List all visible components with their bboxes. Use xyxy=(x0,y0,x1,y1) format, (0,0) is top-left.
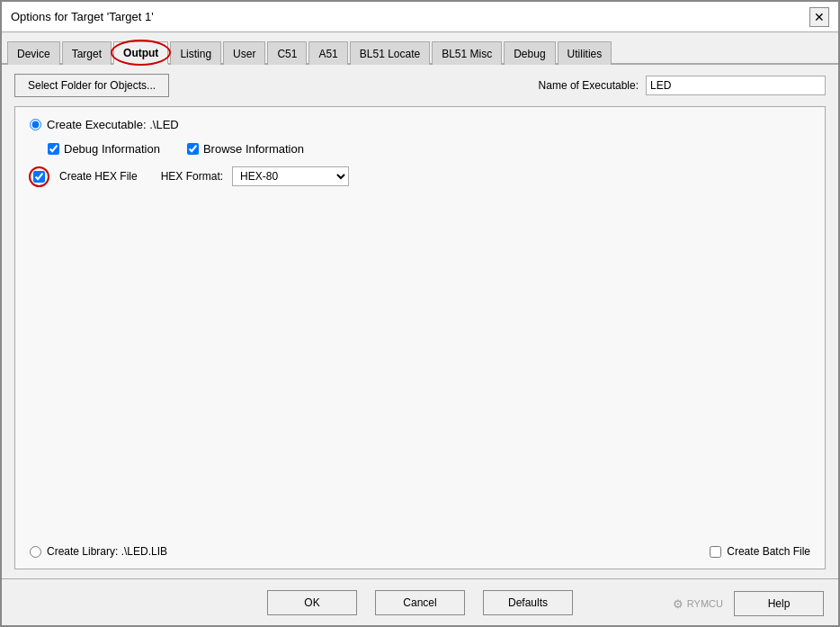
create-batch-label: Create Batch File xyxy=(727,545,810,558)
tab-listing[interactable]: Listing xyxy=(170,41,221,65)
select-folder-button[interactable]: Select Folder for Objects... xyxy=(14,74,169,97)
browse-info-item: Browse Information xyxy=(187,142,304,156)
defaults-button[interactable]: Defaults xyxy=(483,590,573,615)
hex-format-label: HEX Format: xyxy=(161,170,223,183)
hex-row: Create HEX File HEX Format: HEX-80 HEX-3… xyxy=(30,166,810,186)
executable-input[interactable] xyxy=(646,76,826,95)
library-left: Create Library: .\LED.LIB xyxy=(30,545,167,558)
create-executable-row: Create Executable: .\LED xyxy=(30,118,810,131)
top-row: Select Folder for Objects... Name of Exe… xyxy=(14,74,826,97)
create-hex-checkbox[interactable] xyxy=(33,171,45,183)
create-batch-checkbox[interactable] xyxy=(710,546,721,558)
create-library-radio[interactable] xyxy=(30,546,41,558)
help-button[interactable]: Help xyxy=(734,591,824,616)
tab-output[interactable]: Output xyxy=(113,41,168,65)
tab-bl51locate[interactable]: BL51 Locate xyxy=(350,41,430,65)
options-box: Create Executable: .\LED Debug Informati… xyxy=(14,106,826,569)
executable-label-text: Name of Executable: xyxy=(539,79,639,92)
tab-device[interactable]: Device xyxy=(7,41,60,65)
tab-c51[interactable]: C51 xyxy=(267,41,307,65)
tab-target[interactable]: Target xyxy=(62,41,112,65)
tab-a51[interactable]: A51 xyxy=(308,41,347,65)
ok-button[interactable]: OK xyxy=(267,590,357,615)
tabs-bar: Device Target Output Listing User C51 A5… xyxy=(2,32,838,65)
dialog-window: Options for Target 'Target 1' ✕ Device T… xyxy=(0,0,840,627)
tab-bl51misc[interactable]: BL51 Misc xyxy=(432,41,502,65)
debug-info-item: Debug Information xyxy=(48,142,160,156)
debug-info-checkbox[interactable] xyxy=(48,143,59,155)
create-executable-label: Create Executable: .\LED xyxy=(47,118,179,131)
browse-info-checkbox[interactable] xyxy=(187,143,199,155)
hex-checkbox-circled xyxy=(33,171,45,183)
info-checkboxes: Debug Information Browse Information xyxy=(30,142,810,156)
tab-user[interactable]: User xyxy=(223,41,265,65)
close-button[interactable]: ✕ xyxy=(809,7,829,27)
batch-file-row: Create Batch File xyxy=(710,545,810,558)
browse-info-label: Browse Information xyxy=(203,142,304,156)
footer: OK Cancel Defaults ⚙ RYMCU Help xyxy=(2,578,838,625)
create-executable-radio[interactable] xyxy=(30,119,41,130)
tab-debug[interactable]: Debug xyxy=(504,41,555,65)
watermark-text: RYMCU xyxy=(687,598,723,609)
tab-utilities[interactable]: Utilities xyxy=(558,41,612,65)
create-hex-label: Create HEX File xyxy=(59,170,138,183)
library-row: Create Library: .\LED.LIB Create Batch F… xyxy=(30,545,810,558)
watermark: ⚙ RYMCU Help xyxy=(673,591,824,616)
executable-row: Name of Executable: xyxy=(539,76,826,95)
dialog-title: Options for Target 'Target 1' xyxy=(11,10,154,23)
debug-info-label: Debug Information xyxy=(64,142,160,156)
content-area: Select Folder for Objects... Name of Exe… xyxy=(2,65,838,578)
title-bar: Options for Target 'Target 1' ✕ xyxy=(2,2,838,32)
cancel-button[interactable]: Cancel xyxy=(375,590,465,615)
spacer xyxy=(30,197,810,527)
hex-format-select[interactable]: HEX-80 HEX-386 xyxy=(232,166,349,186)
create-library-label: Create Library: .\LED.LIB xyxy=(47,545,167,558)
